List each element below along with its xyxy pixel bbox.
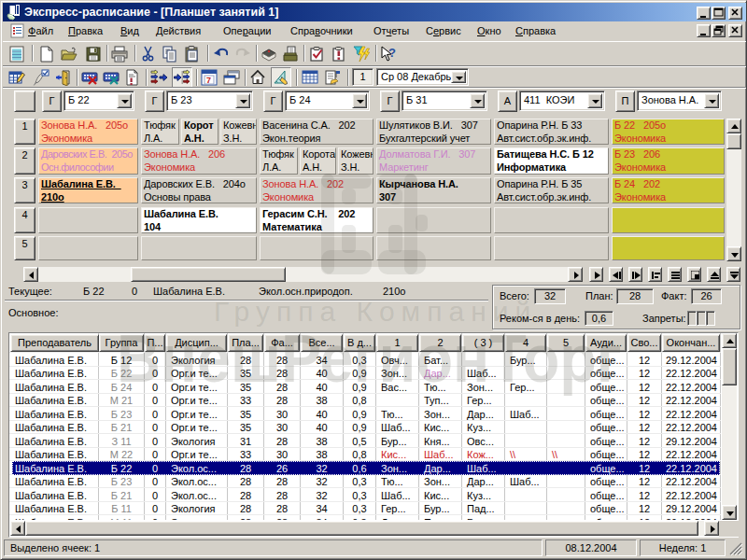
svg-text:7: 7 [206,76,211,85]
svg-text:?: ? [388,46,396,60]
